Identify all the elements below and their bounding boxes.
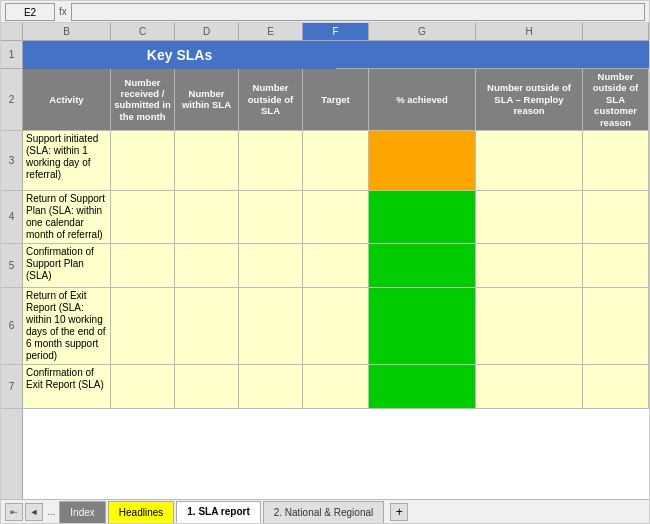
table-row: 6 Return of Exit Report (SLA: within 10 … [1, 288, 649, 365]
row-num-1: 1 [1, 41, 23, 68]
empty-row-nums [1, 409, 23, 499]
header-outside-remploy: Number outside of SLA – Remploy reason [476, 69, 583, 130]
cell-customer-3[interactable] [583, 131, 649, 190]
row-num-4: 4 [1, 191, 23, 243]
header-num-received: Number received / submitted in the month [111, 69, 175, 130]
tab-nav-prev[interactable]: ◄ [25, 503, 43, 521]
row-1-title: 1 Key SLAs [1, 41, 649, 69]
header-target: Target [303, 69, 369, 130]
cell-num-received-4[interactable] [111, 191, 175, 243]
col-header-b[interactable]: B [23, 23, 111, 40]
col-header-d[interactable]: D [175, 23, 239, 40]
cell-target-5[interactable] [303, 244, 369, 287]
cell-num-outside-6[interactable] [239, 288, 303, 364]
cell-activity-7[interactable]: Confirmation of Exit Report (SLA) [23, 365, 111, 408]
tab-sla-report[interactable]: 1. SLA report [176, 501, 260, 523]
cell-remploy-4[interactable] [476, 191, 583, 243]
cell-remploy-5[interactable] [476, 244, 583, 287]
cell-target-7[interactable] [303, 365, 369, 408]
header-num-outside: Number outside of SLA [239, 69, 303, 130]
table-row: 3 Support initiated (SLA: within 1 worki… [1, 131, 649, 191]
spreadsheet: E2 fx B C D E F G H 1 Key SLAs 2 Activit… [0, 0, 650, 524]
col-header-e[interactable]: E [239, 23, 303, 40]
cell-customer-4[interactable] [583, 191, 649, 243]
tabs-bar: ⇤ ◄ ... Index Headlines 1. SLA report 2.… [1, 499, 649, 523]
header-activity: Activity [23, 69, 111, 130]
formula-bar[interactable] [71, 3, 645, 21]
header-num-within: Number within SLA [175, 69, 239, 130]
cell-activity-6[interactable]: Return of Exit Report (SLA: within 10 wo… [23, 288, 111, 364]
cell-num-received-5[interactable] [111, 244, 175, 287]
tab-headlines[interactable]: Headlines [108, 501, 174, 523]
table-row: 5 Confirmation of Support Plan (SLA) [1, 244, 649, 288]
row-num-5: 5 [1, 244, 23, 287]
tab-dots: ... [43, 506, 59, 517]
cell-num-outside-3[interactable] [239, 131, 303, 190]
row-num-7: 7 [1, 365, 23, 408]
cell-pct-7[interactable] [369, 365, 476, 408]
cell-target-6[interactable] [303, 288, 369, 364]
cell-activity-3[interactable]: Support initiated (SLA: within 1 working… [23, 131, 111, 190]
cell-num-outside-5[interactable] [239, 244, 303, 287]
col-header-rest [583, 23, 649, 40]
cell-num-outside-7[interactable] [239, 365, 303, 408]
cell-remploy-6[interactable] [476, 288, 583, 364]
cell-pct-5[interactable] [369, 244, 476, 287]
cell-num-outside-4[interactable] [239, 191, 303, 243]
table-row: 7 Confirmation of Exit Report (SLA) [1, 365, 649, 409]
col-header-h[interactable]: H [476, 23, 583, 40]
cell-customer-6[interactable] [583, 288, 649, 364]
col-header-c[interactable]: C [111, 23, 175, 40]
cell-pct-6[interactable] [369, 288, 476, 364]
empty-grid [1, 409, 649, 499]
formula-fx: fx [59, 6, 67, 17]
cell-num-received-6[interactable] [111, 288, 175, 364]
row-num-2: 2 [1, 69, 23, 130]
col-header-corner [1, 23, 23, 40]
row-2-headers: 2 Activity Number received / submitted i… [1, 69, 649, 131]
cell-pct-3[interactable] [369, 131, 476, 190]
cell-num-within-7[interactable] [175, 365, 239, 408]
cell-num-within-5[interactable] [175, 244, 239, 287]
cell-activity-4[interactable]: Return of Support Plan (SLA: within one … [23, 191, 111, 243]
empty-cells [23, 409, 649, 499]
cell-customer-7[interactable] [583, 365, 649, 408]
header-outside-customer: Number outside of SLA customer reason [583, 69, 649, 130]
cell-customer-5[interactable] [583, 244, 649, 287]
column-headers-row: B C D E F G H [1, 23, 649, 41]
tab-national-regional[interactable]: 2. National & Regional [263, 501, 385, 523]
cell-target-4[interactable] [303, 191, 369, 243]
cell-remploy-7[interactable] [476, 365, 583, 408]
tab-nav-first[interactable]: ⇤ [5, 503, 23, 521]
cell-remploy-3[interactable] [476, 131, 583, 190]
cell-num-received-3[interactable] [111, 131, 175, 190]
col-header-g[interactable]: G [369, 23, 476, 40]
tab-add-button[interactable]: + [390, 503, 408, 521]
table-row: 4 Return of Support Plan (SLA: within on… [1, 191, 649, 244]
cell-num-received-7[interactable] [111, 365, 175, 408]
top-chrome: E2 fx [1, 1, 649, 23]
cell-num-within-6[interactable] [175, 288, 239, 364]
row-num-6: 6 [1, 288, 23, 364]
cell-num-within-3[interactable] [175, 131, 239, 190]
title-cell: Key SLAs [23, 41, 336, 69]
cell-activity-5[interactable]: Confirmation of Support Plan (SLA) [23, 244, 111, 287]
cell-num-within-4[interactable] [175, 191, 239, 243]
header-pct-achieved: % achieved [369, 69, 476, 130]
row-num-3: 3 [1, 131, 23, 190]
grid-area: 1 Key SLAs 2 Activity Number received / … [1, 41, 649, 499]
col-header-f[interactable]: F [303, 23, 369, 40]
cell-target-3[interactable] [303, 131, 369, 190]
name-box[interactable]: E2 [5, 3, 55, 21]
cell-pct-4[interactable] [369, 191, 476, 243]
tab-index[interactable]: Index [59, 501, 105, 523]
title-filler [336, 41, 649, 68]
